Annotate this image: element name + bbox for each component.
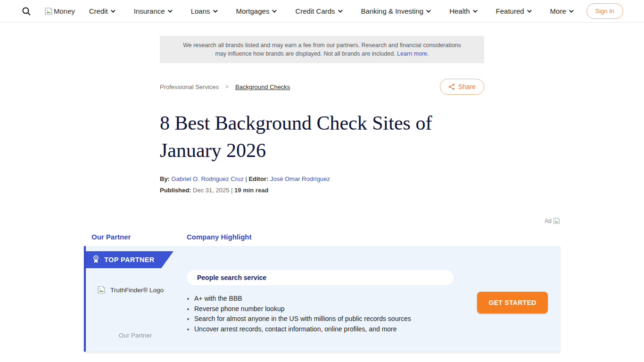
- chevron-down-icon: [111, 8, 116, 13]
- column-header-our-partner: Our Partner: [91, 233, 187, 241]
- chevron-down-icon: [168, 8, 173, 13]
- chevron-down-icon: [272, 8, 277, 13]
- list-item: A+ with the BBB: [194, 294, 477, 304]
- list-item: Uncover arrest records, contact informat…: [194, 324, 477, 335]
- breadcrumb-professional-services[interactable]: Professional Services: [160, 83, 219, 90]
- editor-label: Editor:: [248, 175, 268, 182]
- nav-label: Featured: [496, 7, 524, 15]
- bullet-text: Uncover arrest records, contact informat…: [194, 325, 397, 333]
- byline-divider: |: [245, 175, 247, 182]
- ad-label: Ad: [545, 218, 552, 224]
- logo-alt-text: TruthFinder® Logo: [110, 287, 164, 294]
- truthfinder-logo[interactable]: TruthFinder® Logo: [97, 286, 164, 294]
- top-partner-badge: TOP PARTNER: [86, 251, 173, 268]
- nav-item-more[interactable]: More: [550, 7, 572, 15]
- main-nav: Credit Insurance Loans Mortgages Credit …: [75, 7, 586, 15]
- nav-label: Credit Cards: [295, 7, 335, 15]
- nav-item-insurance[interactable]: Insurance: [134, 7, 171, 15]
- nav-item-credit-cards[interactable]: Credit Cards: [295, 7, 341, 15]
- nav-item-mortgages[interactable]: Mortgages: [236, 7, 276, 15]
- nav-label: More: [550, 7, 566, 15]
- chevron-down-icon: [569, 8, 574, 13]
- top-navigation-bar: Money Credit Insurance Loans Mortgages C…: [0, 0, 644, 23]
- learn-more-link[interactable]: Learn more: [397, 50, 427, 57]
- nav-label: Insurance: [134, 7, 165, 15]
- highlight-bullet-list: A+ with the BBB Reverse phone number loo…: [194, 294, 477, 334]
- page-title: 8 Best Background Check Sites of January…: [160, 109, 484, 164]
- ad-label-row: Ad: [84, 217, 560, 224]
- ribbon-award-icon: [92, 255, 99, 264]
- editor-link[interactable]: José Omar Rodríguez: [270, 175, 330, 182]
- nav-item-loans[interactable]: Loans: [191, 7, 216, 15]
- article-column: We research all brands listed and may ea…: [160, 36, 484, 194]
- nav-label: Health: [449, 7, 470, 15]
- partner-table-header: Our Partner Company Highlight: [84, 227, 560, 246]
- nav-label: Mortgages: [236, 7, 270, 15]
- breadcrumb-background-checks[interactable]: Background Checks: [235, 83, 290, 90]
- partner-table: Our Partner Company Highlight TOP PARTNE…: [84, 227, 560, 352]
- published-date: Dec 31, 2025: [193, 187, 229, 194]
- breadcrumb-row: Professional Services > Background Check…: [160, 78, 484, 95]
- disclosure-period: .: [427, 50, 429, 57]
- by-label: By:: [160, 175, 170, 182]
- money-logo[interactable]: Money: [44, 7, 75, 16]
- broken-image-icon: [553, 217, 560, 224]
- share-label: Share: [458, 83, 476, 90]
- bullet-text: Search for almost anyone in the US with …: [194, 315, 411, 322]
- share-button[interactable]: Share: [440, 79, 484, 95]
- chevron-down-icon: [473, 8, 478, 13]
- nav-label: Credit: [89, 7, 108, 15]
- list-item: Reverse phone number lookup: [194, 304, 477, 314]
- partner-row-truthfinder: TOP PARTNER TruthFinder® Logo Our Partne…: [84, 246, 560, 352]
- breadcrumb-separator: >: [225, 83, 229, 90]
- list-item: Search for almost anyone in the US with …: [194, 314, 477, 324]
- broken-image-icon: [44, 7, 53, 16]
- published-line: Published: Dec 31, 2025 | 19 min read: [160, 187, 484, 194]
- partner-table-column: Ad Our Partner Company Highlight TOP PAR…: [84, 217, 560, 352]
- our-partner-caption: Our Partner: [86, 332, 185, 339]
- share-icon: [448, 83, 455, 90]
- logo-alt-text: Money: [54, 7, 75, 15]
- broken-image-icon: [97, 286, 106, 294]
- nav-item-health[interactable]: Health: [449, 7, 476, 15]
- sign-in-button[interactable]: Sign In: [586, 3, 623, 19]
- column-header-company-highlight: Company Highlight: [187, 233, 252, 241]
- get-started-button[interactable]: GET STARTED: [477, 292, 548, 313]
- bullet-text: A+ with the BBB: [194, 295, 242, 302]
- nav-label: Banking & Investing: [361, 7, 424, 15]
- chevron-down-icon: [426, 8, 431, 13]
- search-icon[interactable]: [21, 6, 32, 17]
- bullet-text: Reverse phone number lookup: [194, 305, 284, 313]
- pub-divider: |: [231, 187, 232, 194]
- nav-item-banking-investing[interactable]: Banking & Investing: [361, 7, 430, 15]
- company-highlight-pill: People search service: [187, 270, 454, 285]
- author-link[interactable]: Gabriel O. Rodriguez Cruz: [172, 175, 244, 182]
- breadcrumb: Professional Services > Background Check…: [160, 83, 290, 90]
- top-partner-label: TOP PARTNER: [104, 256, 155, 263]
- published-label: Published:: [160, 187, 191, 194]
- nav-label: Loans: [191, 7, 210, 15]
- nav-item-featured[interactable]: Featured: [496, 7, 530, 15]
- chevron-down-icon: [213, 8, 217, 13]
- byline: By: Gabriel O. Rodriguez Cruz | Editor: …: [160, 175, 484, 182]
- advertiser-disclosure: We research all brands listed and may ea…: [160, 36, 484, 63]
- chevron-down-icon: [527, 8, 532, 13]
- read-time: 19 min read: [234, 187, 268, 194]
- chevron-down-icon: [338, 8, 343, 13]
- nav-item-credit[interactable]: Credit: [89, 7, 114, 15]
